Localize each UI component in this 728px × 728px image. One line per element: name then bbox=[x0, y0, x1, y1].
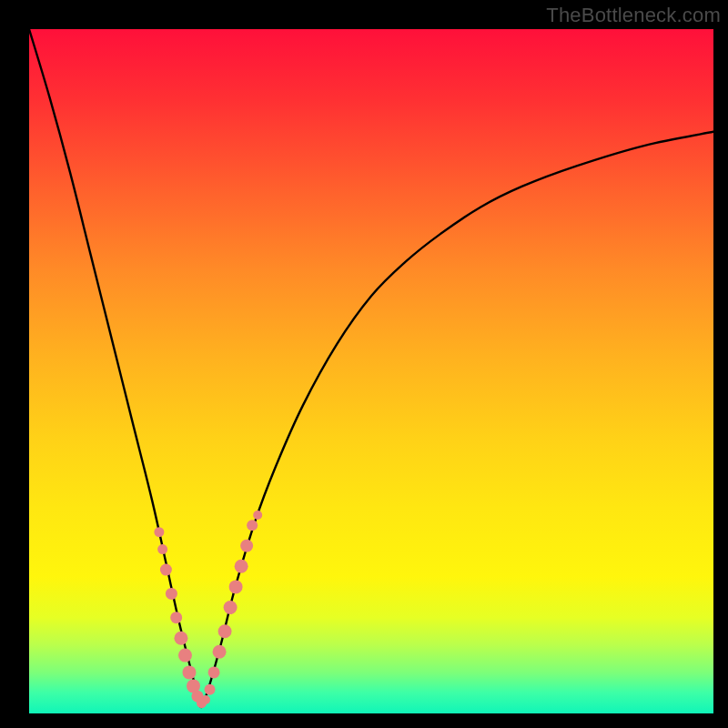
marker-point bbox=[229, 580, 243, 593]
marker-point bbox=[240, 540, 253, 552]
marker-point bbox=[208, 666, 220, 678]
marker-point bbox=[253, 511, 262, 520]
marker-point bbox=[157, 544, 167, 554]
marker-point bbox=[182, 665, 196, 679]
marker-point bbox=[218, 624, 232, 638]
marker-point bbox=[224, 601, 238, 614]
marker-point bbox=[213, 645, 227, 659]
marker-layer bbox=[154, 511, 262, 708]
marker-point bbox=[247, 520, 258, 531]
marker-point bbox=[174, 632, 187, 645]
marker-point bbox=[160, 564, 172, 576]
marker-point bbox=[178, 649, 192, 662]
chart-frame: TheBottleneck.com bbox=[0, 0, 728, 728]
marker-point bbox=[235, 560, 248, 573]
chart-svg bbox=[29, 29, 713, 713]
marker-point bbox=[154, 527, 164, 537]
marker-point bbox=[170, 612, 182, 623]
curve-layer bbox=[29, 29, 713, 707]
plot-area bbox=[29, 29, 713, 713]
marker-point bbox=[205, 684, 216, 695]
watermark-text: TheBottleneck.com bbox=[546, 4, 721, 27]
bottleneck-curve bbox=[29, 29, 713, 707]
marker-point bbox=[201, 695, 210, 704]
marker-point bbox=[166, 588, 177, 600]
